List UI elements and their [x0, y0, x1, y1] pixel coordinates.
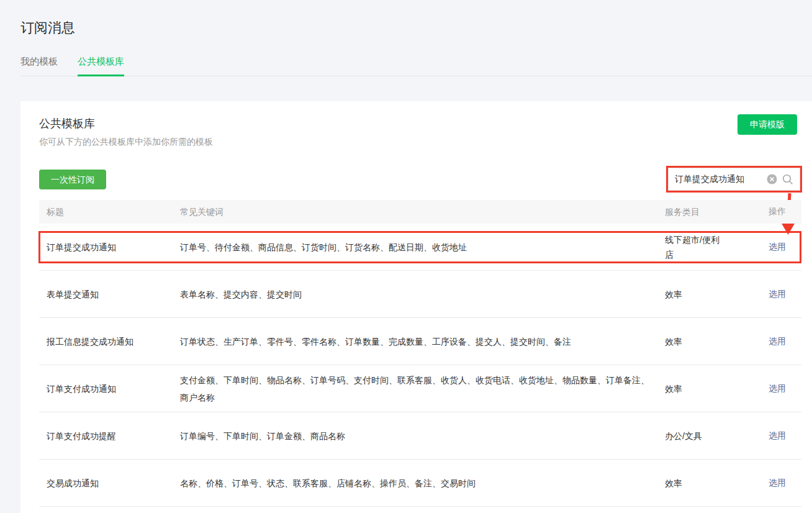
template-keywords: 订单状态、生产订单、零件号、零件名称、订单数量、完成数量、工序设备、提交人、提交…	[180, 332, 665, 350]
page-title: 订阅消息	[20, 19, 75, 37]
search-box	[668, 168, 800, 191]
template-keywords: 订单编号、下单时间、订单金额、商品名称	[180, 427, 665, 445]
template-category: 效率	[665, 381, 769, 396]
use-template-link[interactable]: 选用	[769, 383, 786, 393]
public-template-library-panel: 公共模板库 你可从下方的公共模板库中添加你所需的模板 申请模版 一次性订阅	[20, 101, 812, 513]
search-input[interactable]	[675, 175, 762, 184]
category-text: 效率	[665, 476, 682, 491]
category-text: 效率	[665, 334, 682, 349]
template-category: 效率	[665, 286, 769, 302]
use-template-link[interactable]: 选用	[769, 336, 786, 346]
template-title: 表单提交通知	[47, 286, 180, 302]
template-category: 线下超市/便利店	[665, 232, 769, 262]
template-title: 交易成功通知	[47, 475, 180, 491]
template-title: 订单支付成功通知	[47, 381, 180, 397]
table-row: 订单支付成功通知 支付金额、下单时间、物品名称、订单号码、支付时间、联系客服、收…	[39, 365, 801, 412]
table-row: 订单提交成功通知 订单号、待付金额、商品信息、订货时间、订货名称、配送日期、收货…	[39, 224, 801, 271]
header-action: 操作	[769, 206, 801, 217]
category-text: 线下超市/便利店	[665, 232, 726, 262]
category-text: 效率	[665, 287, 682, 302]
table-row: 表单提交通知 表单名称、提交内容、提交时间 效率 选用	[39, 271, 801, 318]
template-category: 效率	[665, 475, 769, 491]
template-table: 标题 常见关键词 服务类目 操作 订单提交成功通知 订单号、待付金额、商品信息、…	[39, 200, 801, 513]
table-header-row: 标题 常见关键词 服务类目 操作	[39, 200, 801, 224]
magnifier-icon[interactable]	[782, 174, 793, 185]
tab-bar: 我的模板 公共模板库	[20, 56, 812, 76]
use-template-link[interactable]: 选用	[769, 430, 786, 440]
apply-template-button[interactable]: 申请模版	[738, 114, 797, 135]
keywords-text: 订单号、待付金额、商品信息、订货时间、订货名称、配送日期、收货地址	[180, 238, 467, 256]
panel-title: 公共模板库	[39, 116, 95, 131]
template-keywords: 支付金额、下单时间、物品名称、订单号码、支付时间、联系客服、收货人、收货电话、收…	[180, 371, 665, 406]
tab-my-templates[interactable]: 我的模板	[20, 56, 58, 76]
keywords-text: 支付金额、下单时间、物品名称、订单号码、支付时间、联系客服、收货人、收货电话、收…	[180, 371, 651, 406]
header-category: 服务类目	[665, 204, 769, 219]
one-time-subscribe-button[interactable]: 一次性订阅	[39, 170, 106, 189]
keywords-text: 名称、价格、订单号、状态、联系客服、店铺名称、操作员、备注、交易时间	[180, 474, 476, 492]
template-keywords: 表单名称、提交内容、提交时间	[180, 285, 665, 303]
category-text: 效率	[665, 381, 682, 396]
header-title: 标题	[47, 204, 180, 220]
table-row: 报工信息提交成功通知 订单状态、生产订单、零件号、零件名称、订单数量、完成数量、…	[39, 318, 801, 365]
table-row: 订单支付成功提醒 订单编号、下单时间、订单金额、商品名称 办公/文具 选用	[39, 412, 801, 460]
table-row: 交易成功通知 名称、价格、订单号、状态、联系客服、店铺名称、操作员、备注、交易时…	[39, 460, 801, 507]
header-keywords: 常见关键词	[180, 203, 665, 220]
tab-public-template-library[interactable]: 公共模板库	[78, 56, 124, 76]
template-category: 办公/文具	[665, 428, 769, 443]
template-keywords: 订单号、待付金额、商品信息、订货时间、订货名称、配送日期、收货地址	[180, 238, 665, 256]
template-category: 效率	[665, 334, 769, 349]
search-box-annotation-frame	[666, 166, 802, 193]
keywords-text: 订单编号、下单时间、订单金额、商品名称	[180, 427, 345, 445]
category-text: 办公/文具	[665, 429, 702, 443]
use-template-link[interactable]: 选用	[769, 242, 786, 252]
circle-x-icon[interactable]	[767, 174, 777, 184]
keywords-text: 表单名称、提交内容、提交时间	[180, 286, 302, 303]
template-title: 订单提交成功通知	[47, 239, 180, 255]
template-keywords: 名称、价格、订单号、状态、联系客服、店铺名称、操作员、备注、交易时间	[180, 474, 665, 492]
use-template-link[interactable]: 选用	[769, 289, 786, 299]
use-template-link[interactable]: 选用	[769, 478, 786, 488]
template-title: 订单支付成功提醒	[47, 428, 180, 444]
panel-subtitle: 你可从下方的公共模板库中添加你所需的模板	[39, 137, 213, 148]
template-title: 报工信息提交成功通知	[47, 334, 180, 350]
keywords-text: 订单状态、生产订单、零件号、零件名称、订单数量、完成数量、工序设备、提交人、提交…	[180, 333, 571, 350]
